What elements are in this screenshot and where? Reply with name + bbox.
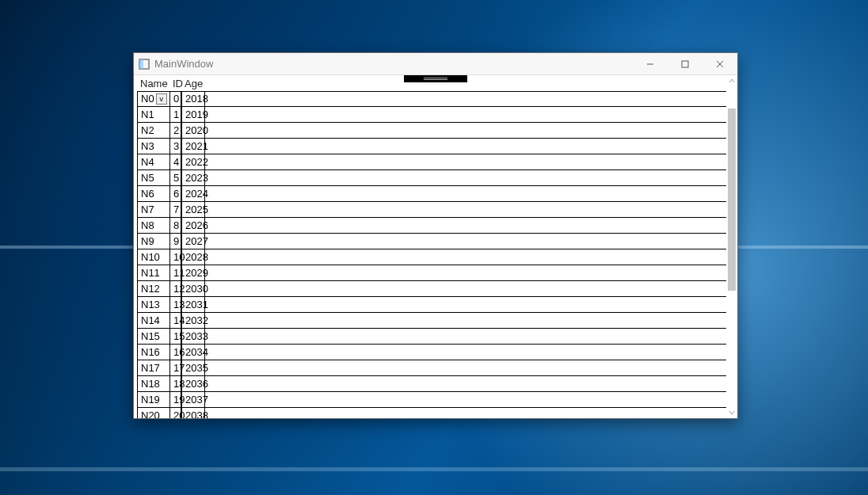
cell-age[interactable]: 2027	[181, 234, 205, 249]
cell-id[interactable]: 18	[169, 376, 181, 392]
cell-age[interactable]: 2034	[181, 345, 205, 360]
cell-age[interactable]: 2036	[181, 376, 205, 392]
data-grid[interactable]: Name ID Age N0v02018N112019N222020N33202…	[134, 75, 726, 418]
cell-age[interactable]: 2028	[181, 249, 205, 265]
cell-id[interactable]: 10	[169, 249, 181, 265]
cell-id[interactable]: 13	[169, 297, 181, 313]
table-row[interactable]: N18182036	[134, 376, 726, 392]
scroll-thumb[interactable]	[728, 109, 736, 291]
cell-name[interactable]: N19	[137, 392, 169, 408]
cell-name[interactable]: N9	[137, 234, 169, 249]
cell-name[interactable]: N10	[137, 249, 169, 265]
close-button[interactable]	[702, 53, 737, 75]
cell-age[interactable]: 2035	[181, 360, 205, 376]
table-row[interactable]: N332021	[134, 139, 726, 154]
scroll-up-arrow-icon[interactable]	[726, 75, 737, 86]
cell-age[interactable]: 2032	[181, 313, 205, 329]
cell-id[interactable]: 2	[169, 123, 181, 139]
cell-age[interactable]: 2037	[181, 392, 205, 408]
cell-name[interactable]: N1	[137, 107, 169, 123]
table-row[interactable]: N552023	[134, 170, 726, 186]
cell-name[interactable]: N3	[137, 139, 169, 154]
table-row[interactable]: N15152033	[134, 329, 726, 345]
table-row[interactable]: N0v02018	[134, 91, 726, 107]
cell-age[interactable]: 2021	[181, 139, 205, 154]
cell-name[interactable]: N4	[137, 154, 169, 170]
table-row[interactable]: N14142032	[134, 313, 726, 329]
table-row[interactable]: N20202038	[134, 408, 726, 418]
cell-name[interactable]: N20	[137, 408, 169, 418]
cell-id[interactable]: 9	[169, 234, 181, 249]
cell-name-text: N9	[141, 234, 154, 249]
cell-id[interactable]: 19	[169, 392, 181, 408]
cell-age[interactable]: 2026	[181, 218, 205, 234]
cell-id[interactable]: 16	[169, 345, 181, 360]
cell-id[interactable]: 20	[169, 408, 181, 418]
cell-name[interactable]: N0v	[137, 91, 169, 107]
table-row[interactable]: N882026	[134, 218, 726, 234]
cell-age[interactable]: 2029	[181, 265, 205, 281]
cell-id[interactable]: 7	[169, 202, 181, 218]
cell-id[interactable]: 5	[169, 170, 181, 186]
scroll-down-arrow-icon[interactable]	[726, 407, 737, 418]
table-row[interactable]: N11112029	[134, 265, 726, 281]
cell-age[interactable]: 2038	[181, 408, 205, 418]
minimize-button[interactable]	[633, 53, 668, 75]
cell-name[interactable]: N2	[137, 123, 169, 139]
cell-age[interactable]: 2023	[181, 170, 205, 186]
cell-name[interactable]: N17	[137, 360, 169, 376]
titlebar[interactable]: MainWindow	[134, 53, 737, 75]
cell-name[interactable]: N12	[137, 281, 169, 297]
table-row[interactable]: N112019	[134, 107, 726, 123]
cell-id[interactable]: 6	[169, 186, 181, 202]
cell-id[interactable]: 3	[169, 139, 181, 154]
cell-id[interactable]: 12	[169, 281, 181, 297]
cell-name[interactable]: N18	[137, 376, 169, 392]
table-row[interactable]: N13132031	[134, 297, 726, 313]
cell-age[interactable]: 2024	[181, 186, 205, 202]
window-resize-grip-top[interactable]	[404, 75, 467, 82]
cell-id[interactable]: 8	[169, 218, 181, 234]
table-row[interactable]: N772025	[134, 202, 726, 218]
cell-id[interactable]: 0	[169, 91, 181, 107]
cell-name[interactable]: N7	[137, 202, 169, 218]
table-row[interactable]: N222020	[134, 123, 726, 139]
cell-name[interactable]: N5	[137, 170, 169, 186]
cell-id[interactable]: 17	[169, 360, 181, 376]
cell-age[interactable]: 2019	[181, 107, 205, 123]
scroll-track[interactable]	[726, 86, 737, 407]
cell-name[interactable]: N16	[137, 345, 169, 360]
header-id[interactable]: ID	[169, 78, 181, 89]
cell-id[interactable]: 15	[169, 329, 181, 345]
header-age[interactable]: Age	[181, 78, 205, 89]
table-row[interactable]: N992027	[134, 234, 726, 249]
vertical-scrollbar[interactable]	[726, 75, 737, 418]
table-row[interactable]: N19192037	[134, 392, 726, 408]
cell-id[interactable]: 14	[169, 313, 181, 329]
table-row[interactable]: N17172035	[134, 360, 726, 376]
table-row[interactable]: N10102028	[134, 249, 726, 265]
cell-name[interactable]: N8	[137, 218, 169, 234]
table-row[interactable]: N442022	[134, 154, 726, 170]
table-row[interactable]: N662024	[134, 186, 726, 202]
cell-age[interactable]: 2030	[181, 281, 205, 297]
cell-age[interactable]: 2025	[181, 202, 205, 218]
cell-id[interactable]: 1	[169, 107, 181, 123]
cell-name[interactable]: N6	[137, 186, 169, 202]
cell-name[interactable]: N11	[137, 265, 169, 281]
combobox-dropdown-button[interactable]: v	[156, 93, 167, 105]
cell-name[interactable]: N15	[137, 329, 169, 345]
table-row[interactable]: N12122030	[134, 281, 726, 297]
cell-age[interactable]: 2031	[181, 297, 205, 313]
cell-name[interactable]: N14	[137, 313, 169, 329]
cell-age[interactable]: 2020	[181, 123, 205, 139]
cell-age[interactable]: 2018	[181, 91, 205, 107]
cell-id[interactable]: 11	[169, 265, 181, 281]
table-row[interactable]: N16162034	[134, 345, 726, 360]
header-name[interactable]: Name	[137, 78, 169, 89]
cell-age[interactable]: 2022	[181, 154, 205, 170]
cell-id[interactable]: 4	[169, 154, 181, 170]
cell-name[interactable]: N13	[137, 297, 169, 313]
maximize-button[interactable]	[668, 53, 702, 75]
cell-age[interactable]: 2033	[181, 329, 205, 345]
